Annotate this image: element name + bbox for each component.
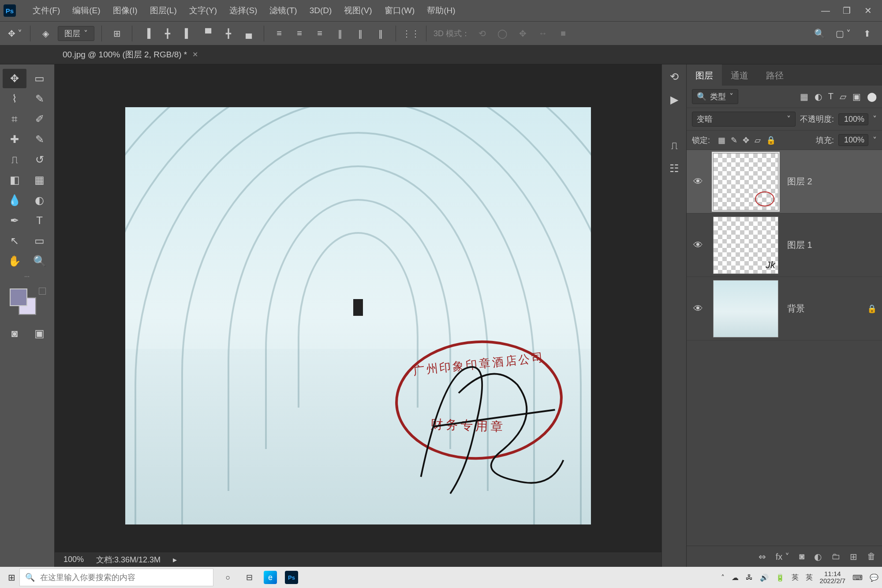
layer-row[interactable]: 👁 Jk 图层 1	[687, 213, 882, 277]
taskbar-clock[interactable]: 11:14 2022/2/7	[820, 570, 845, 585]
taskbar-search[interactable]: 🔍 在这里输入你要搜索的内容	[19, 569, 213, 586]
menu-help[interactable]: 帮助(H)	[421, 5, 461, 16]
history-brush-tool[interactable]: ↺	[28, 150, 52, 169]
notifications-icon[interactable]: 💬	[870, 573, 878, 582]
layer-thumbnail[interactable]	[713, 153, 778, 210]
menu-select[interactable]: 选择(S)	[223, 5, 263, 16]
share-icon[interactable]: ⬆	[859, 26, 875, 41]
align-vcenter-icon[interactable]: ╋	[220, 26, 236, 41]
filter-pixel-icon[interactable]: ▦	[800, 91, 808, 102]
dist-bottom-icon[interactable]: ≡	[312, 26, 328, 41]
layer-row[interactable]: 👁 背景 🔒	[687, 277, 882, 341]
edge-icon[interactable]: e	[264, 571, 277, 584]
fill-chevron-icon[interactable]: ˅	[873, 135, 877, 145]
auto-select-dropdown[interactable]: 图层˅	[58, 26, 94, 41]
move-tool[interactable]: ✥	[3, 69, 26, 88]
crop-tool[interactable]: ⌗	[3, 109, 26, 129]
hand-tool[interactable]: ✋	[3, 251, 26, 271]
restore-icon[interactable]: ❐	[841, 5, 852, 16]
minimize-icon[interactable]: —	[820, 5, 831, 16]
adjustment-layer-icon[interactable]: ◐	[814, 551, 822, 562]
brush-tool[interactable]: ✎	[28, 130, 52, 149]
search-icon[interactable]: 🔍	[811, 26, 827, 41]
transform-controls-icon[interactable]: ⊞	[109, 26, 125, 41]
align-hcenter-icon[interactable]: ╋	[160, 26, 176, 41]
group-icon[interactable]: 🗀	[831, 551, 840, 562]
quickmask-tool[interactable]: ◙	[3, 324, 26, 343]
zoom-level[interactable]: 100%	[64, 555, 84, 564]
history-panel-icon[interactable]: ⟲	[670, 71, 679, 83]
filter-type-icon[interactable]: T	[828, 91, 833, 102]
menu-view[interactable]: 视图(V)	[338, 5, 378, 16]
dist-left-icon[interactable]: ‖	[332, 26, 348, 41]
layer-thumbnail[interactable]	[713, 280, 778, 337]
document-tab[interactable]: 00.jpg @ 100% (图层 2, RGB/8) * ✕	[57, 46, 203, 63]
photoshop-taskbar-icon[interactable]: Ps	[285, 571, 298, 584]
lock-position-icon[interactable]: ✥	[743, 135, 749, 145]
layer-row[interactable]: 👁 图层 2	[687, 150, 882, 213]
layer-name[interactable]: 图层 1	[787, 239, 812, 251]
blur-tool[interactable]: 💧	[3, 191, 26, 210]
edit-toolbar-icon[interactable]: ⋯	[0, 271, 54, 282]
menu-layer[interactable]: 图层(L)	[144, 5, 183, 16]
tab-paths[interactable]: 路径	[757, 64, 792, 86]
blend-mode-dropdown[interactable]: 变暗˅	[692, 112, 796, 127]
lock-artboard-icon[interactable]: ▱	[755, 135, 761, 145]
swap-colors-icon[interactable]	[39, 288, 46, 295]
pen-tool[interactable]: ✒	[3, 211, 26, 230]
status-chevron-icon[interactable]: ▸	[173, 555, 177, 565]
dist-spacing-icon[interactable]: ⋮⋮	[403, 26, 419, 41]
layer-filter-type[interactable]: 🔍 类型 ˅	[692, 89, 738, 104]
healing-tool[interactable]: ✚	[3, 130, 26, 149]
canvas-area[interactable]: 广州印象印章酒店公司 财务专用章	[55, 64, 662, 567]
link-layers-icon[interactable]: ⇔	[759, 551, 766, 562]
filter-shape-icon[interactable]: ▱	[840, 91, 846, 102]
adjustments-panel-icon[interactable]: ⎍	[671, 139, 677, 152]
menu-image[interactable]: 图像(I)	[107, 5, 144, 16]
menu-edit[interactable]: 编辑(E)	[66, 5, 106, 16]
visibility-icon[interactable]: 👁	[692, 176, 704, 187]
stamp-tool[interactable]: ⎍	[3, 150, 26, 169]
dist-vcenter-icon[interactable]: ≡	[292, 26, 307, 41]
onedrive-icon[interactable]: ☁	[732, 573, 739, 582]
dist-right-icon[interactable]: ‖	[373, 26, 389, 41]
opacity-value[interactable]: 100%	[838, 113, 868, 125]
battery-icon[interactable]: 🔋	[776, 573, 785, 582]
zoom-tool[interactable]: 🔍	[28, 251, 52, 271]
close-icon[interactable]: ✕	[863, 5, 873, 16]
eraser-tool[interactable]: ◧	[3, 170, 26, 190]
visibility-icon[interactable]: 👁	[692, 303, 704, 315]
fill-value[interactable]: 100%	[838, 134, 868, 146]
filter-smart-icon[interactable]: ▣	[852, 91, 861, 102]
foreground-color[interactable]	[10, 288, 27, 306]
menu-type[interactable]: 文字(Y)	[183, 5, 223, 16]
network-icon[interactable]: 🖧	[746, 573, 753, 581]
lock-pixels-icon[interactable]: ✎	[731, 135, 737, 145]
ime-icon-2[interactable]: 英	[806, 573, 813, 582]
menu-3d[interactable]: 3D(D)	[303, 6, 338, 15]
delete-layer-icon[interactable]: 🗑	[867, 551, 876, 562]
gradient-tool[interactable]: ▦	[28, 170, 52, 190]
lock-all-icon[interactable]: 🔒	[766, 135, 776, 145]
eyedropper-tool[interactable]: ✐	[28, 109, 52, 129]
layer-style-icon[interactable]: fx ˅	[776, 551, 789, 562]
type-tool[interactable]: T	[28, 211, 52, 230]
tab-close-icon[interactable]: ✕	[192, 50, 198, 59]
new-layer-icon[interactable]: ⊞	[850, 551, 857, 562]
lock-transparency-icon[interactable]: ▦	[718, 135, 725, 145]
canvas[interactable]: 广州印象印章酒店公司 财务专用章	[125, 107, 591, 524]
align-left-icon[interactable]: ▐	[139, 26, 155, 41]
tab-layers[interactable]: 图层	[687, 64, 722, 86]
workspace-icon[interactable]: ▢ ˅	[835, 26, 851, 41]
input-indicator-icon[interactable]: ⌨	[852, 573, 863, 582]
layer-name[interactable]: 图层 2	[787, 176, 812, 187]
move-tool-icon[interactable]: ✥ ˅	[7, 26, 23, 41]
cortana-icon[interactable]: ○	[221, 571, 235, 584]
quick-select-tool[interactable]: ✎	[28, 89, 52, 109]
screenmode-tool[interactable]: ▣	[28, 324, 52, 343]
dodge-tool[interactable]: ◐	[28, 191, 52, 210]
menu-file[interactable]: 文件(F)	[26, 5, 66, 16]
layer-mask-icon[interactable]: ◙	[799, 551, 804, 562]
marquee-tool[interactable]: ▭	[28, 69, 52, 88]
menu-window[interactable]: 窗口(W)	[378, 5, 421, 16]
